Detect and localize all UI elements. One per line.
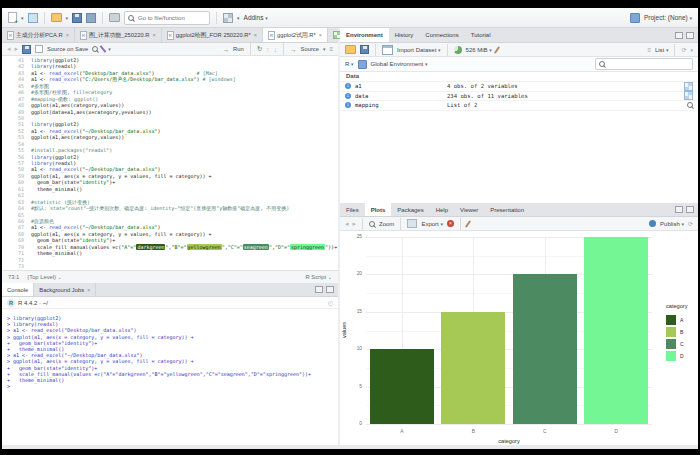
print-icon[interactable] (109, 13, 120, 22)
next-plot-icon[interactable]: ▸ (353, 220, 357, 228)
refresh-icon[interactable]: ⟳ (681, 46, 686, 53)
maximize-pane-icon[interactable] (686, 206, 694, 213)
panes-dropdown-icon[interactable]: ▾ (237, 15, 240, 21)
tab-history[interactable]: History (389, 28, 420, 42)
minimize-pane-icon[interactable] (675, 206, 683, 213)
minimize-pane-icon[interactable] (315, 286, 323, 293)
tab-environment[interactable]: Environment (340, 28, 389, 42)
environment-search-box[interactable] (595, 58, 693, 70)
previous-plot-icon[interactable]: ◂ (345, 220, 349, 228)
file-type-selector[interactable]: R Script ⌄ (306, 274, 332, 280)
search-icon (128, 15, 134, 21)
minimize-pane-icon[interactable] (675, 32, 683, 39)
run-next-icon[interactable]: ↓ (274, 46, 278, 53)
find-icon[interactable] (92, 46, 98, 52)
tab-plots[interactable]: Plots (365, 203, 392, 216)
code-line-64[interactable]: 64#默认: stat="count"—统计类别次数、确定高度: identit… (2, 205, 338, 211)
r-file-icon: R (7, 31, 14, 40)
environment-object-a1[interactable]: ia14 obs. of 2 variables (340, 82, 698, 92)
new-file-dropdown-icon[interactable]: ▾ (21, 15, 24, 21)
environment-object-mapping[interactable]: imappingList of 2 (340, 101, 698, 111)
major-gridline (366, 424, 652, 425)
code-editor[interactable]: 41library(ggplot2)42library(readxl)43a1 … (2, 56, 338, 271)
publish-dropdown-icon: ▾ (681, 221, 684, 227)
environment-search-input[interactable] (607, 60, 689, 68)
line-number: 73 (2, 263, 31, 269)
tab-packages[interactable]: Packages (391, 203, 429, 216)
source-tab-2[interactable]: Rggplot2绘图_FOR 250220.R*× (162, 28, 263, 42)
open-file-dropdown-icon[interactable]: ▾ (66, 15, 69, 21)
tab-viewer[interactable]: Viewer (454, 203, 484, 216)
memory-usage-button[interactable]: 526 MiB ▾ (466, 47, 492, 53)
memory-dropdown-icon: ▾ (489, 47, 492, 53)
language-selector[interactable]: R ▾ (345, 61, 354, 67)
tab-help[interactable]: Help (430, 203, 454, 216)
source-button[interactable]: Source (301, 46, 319, 52)
source-tab-0[interactable]: R主成分分析PCA.R× (2, 28, 75, 42)
workspace-panes-icon[interactable] (223, 13, 233, 23)
save-workspace-icon[interactable] (360, 45, 369, 54)
toolbar-divider (674, 44, 675, 56)
rerun-icon[interactable]: ↻ (257, 45, 262, 53)
remove-plot-icon[interactable]: × (447, 220, 454, 227)
save-all-icon[interactable] (86, 13, 96, 23)
project-selector[interactable]: Project: (None) ▾ (644, 14, 692, 21)
close-icon[interactable]: × (319, 32, 322, 38)
view-data-icon[interactable] (684, 91, 693, 100)
close-icon[interactable]: × (254, 32, 257, 38)
r-version-label[interactable]: R 4.4.2 · ~/ (18, 300, 48, 306)
import-dataset-button[interactable]: Import Dataset ▾ (397, 47, 441, 53)
run-button[interactable]: Run (233, 46, 244, 52)
publish-button[interactable]: Publish ▾ (660, 221, 684, 227)
tab-console[interactable]: Console (2, 283, 34, 296)
code-tools-icon[interactable] (100, 45, 107, 52)
back-icon[interactable]: ◂ (7, 45, 11, 53)
goto-file-box[interactable] (124, 11, 210, 25)
tab-tutorial[interactable]: Tutorial (465, 28, 497, 42)
close-icon[interactable]: × (87, 287, 90, 293)
export-button[interactable]: Export ▾ (421, 221, 443, 227)
list-view-button[interactable]: List ▾ (655, 47, 669, 53)
goto-file-input[interactable] (136, 14, 206, 22)
forward-icon[interactable]: ▸ (15, 45, 19, 53)
view-data-icon[interactable] (684, 82, 693, 91)
close-icon[interactable]: × (153, 32, 156, 38)
maximize-pane-icon[interactable] (686, 32, 694, 39)
new-project-icon[interactable] (28, 13, 38, 23)
save-icon[interactable] (72, 13, 82, 23)
addins-menu[interactable]: Addins ▾ (244, 14, 268, 21)
maximize-pane-icon[interactable] (326, 286, 334, 293)
zoom-button[interactable]: Zoom (379, 221, 394, 227)
environment-selector[interactable]: Global Environment ▾ (371, 61, 428, 67)
outline-icon[interactable]: ≡ (329, 46, 333, 52)
source-tab-3[interactable]: Rggplot2试用.R*× (263, 28, 328, 42)
tab-background-jobs[interactable]: Background Jobs× (34, 283, 96, 296)
code-line-73[interactable]: 73 (2, 263, 338, 269)
console-output[interactable]: > library(ggplot2)> library(readxl)> a1 … (2, 309, 338, 421)
tab-presentation[interactable]: Presentation (484, 203, 530, 216)
tab-files[interactable]: Files (340, 203, 365, 216)
environment-object-data[interactable]: idata234 obs. of 11 variables (340, 92, 698, 102)
source-dropdown-icon[interactable]: ▾ (323, 46, 326, 52)
source-tab-1[interactable]: R图_计算功能_250220.R× (75, 28, 162, 42)
object-info-icon[interactable]: i (345, 93, 351, 99)
close-icon[interactable]: × (66, 32, 69, 38)
source-on-save-checkbox[interactable] (35, 45, 43, 53)
run-prev-icon[interactable]: ↑ (266, 46, 270, 53)
source-save-icon[interactable] (22, 45, 31, 54)
tab-connections[interactable]: Connections (419, 28, 464, 42)
y-tick-label: 0 (346, 421, 362, 426)
clear-objects-icon[interactable] (494, 46, 500, 54)
clear-plots-icon[interactable] (465, 220, 471, 228)
refresh-plot-icon[interactable]: ⟳ (688, 220, 693, 227)
scope-selector[interactable]: (Top Level) ⌄ (27, 274, 62, 280)
code-tools-dropdown-icon[interactable]: ▾ (108, 46, 111, 52)
load-workspace-icon[interactable] (345, 45, 356, 54)
object-info-icon[interactable]: i (345, 102, 351, 108)
object-info-icon[interactable]: i (345, 83, 351, 89)
inspect-object-icon[interactable] (687, 102, 693, 108)
legend-label-B: B (680, 329, 683, 335)
open-file-icon[interactable] (51, 13, 62, 22)
refresh-dropdown-icon[interactable]: ▾ (690, 47, 693, 53)
new-file-icon[interactable] (8, 12, 17, 23)
